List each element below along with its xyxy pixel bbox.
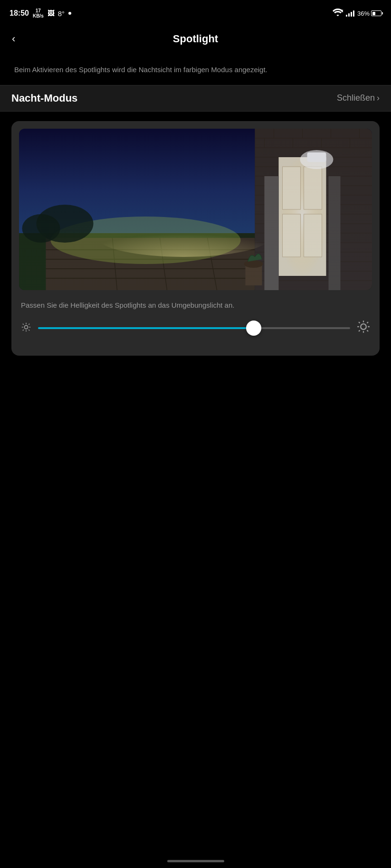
status-kbps-value: 17 — [36, 8, 41, 13]
battery-percent: 36% — [357, 10, 370, 17]
brightness-slider-section — [11, 315, 380, 341]
status-kbps-unit: KB/s — [33, 13, 44, 19]
svg-line-60 — [23, 324, 24, 325]
info-text: Beim Aktivieren des Spotlights wird die … — [14, 66, 267, 74]
brightness-low-icon — [21, 322, 31, 335]
signal-bar-4 — [353, 10, 354, 17]
brightness-high-icon — [357, 320, 370, 337]
svg-line-61 — [29, 330, 29, 330]
battery-icon — [371, 10, 381, 16]
status-dot — [68, 12, 71, 15]
photo-icon: 🖼 — [48, 9, 54, 17]
svg-line-62 — [23, 330, 24, 330]
home-indicator — [167, 860, 224, 862]
schliessen-button[interactable]: Schließen › — [337, 93, 380, 103]
status-temp: 8° — [58, 9, 65, 18]
svg-line-71 — [359, 330, 360, 331]
nacht-modus-label: Nacht-Modus — [11, 92, 77, 104]
nacht-modus-row: Nacht-Modus Schließen › — [0, 85, 391, 112]
battery-container: 36% — [357, 10, 381, 17]
svg-line-63 — [29, 324, 29, 325]
svg-line-72 — [367, 322, 368, 323]
svg-line-69 — [359, 322, 360, 323]
signal-bar-3 — [351, 12, 352, 17]
card-section: Passen Sie die Helligkeit des Spotlights… — [0, 112, 391, 365]
page-title: Spotlight — [173, 33, 218, 45]
status-time: 18:50 — [10, 9, 29, 18]
schliessen-label: Schließen — [337, 93, 375, 103]
spotlight-card: Passen Sie die Helligkeit des Spotlights… — [11, 121, 380, 356]
svg-point-55 — [24, 325, 28, 329]
signal-bar-1 — [346, 15, 347, 17]
night-scene-svg — [19, 129, 372, 290]
svg-text:⇅: ⇅ — [341, 9, 343, 13]
card-description: Passen Sie die Helligkeit des Spotlights… — [11, 290, 380, 315]
svg-point-64 — [361, 324, 366, 330]
chevron-right-icon: › — [377, 93, 380, 103]
battery-fill — [372, 12, 375, 15]
nav-bar: ‹ Spotlight — [0, 25, 391, 53]
status-bar: 18:50 17 KB/s 🖼 8° ⇅ 36% — [0, 0, 391, 25]
night-image — [19, 129, 372, 290]
status-right: ⇅ 36% — [333, 9, 381, 18]
signal-bars — [346, 10, 354, 17]
svg-rect-54 — [19, 129, 372, 290]
status-left: 18:50 17 KB/s 🖼 8° — [10, 8, 71, 19]
svg-line-70 — [367, 330, 368, 331]
signal-bar-2 — [348, 13, 350, 17]
card-description-text: Passen Sie die Helligkeit des Spotlights… — [21, 301, 234, 309]
wifi-icon: ⇅ — [333, 9, 343, 18]
brightness-slider[interactable] — [38, 327, 350, 329]
info-section: Beim Aktivieren des Spotlights wird die … — [0, 53, 391, 85]
back-button[interactable]: ‹ — [10, 30, 18, 47]
